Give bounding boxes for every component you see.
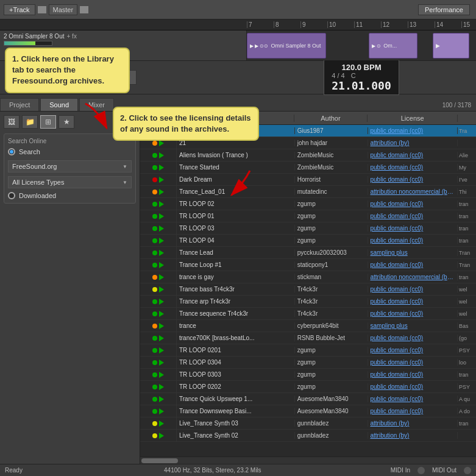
play-triangle[interactable] <box>159 213 164 219</box>
sound-row[interactable]: Aliens Invasion ( Trance )ZombieMusicpub… <box>140 149 476 162</box>
sound-row[interactable]: TR LOOP 01zgumppublic domain (cc0)tran <box>140 210 476 222</box>
play-triangle[interactable] <box>159 165 164 171</box>
performance-button[interactable]: Performance <box>418 4 470 15</box>
tab-project[interactable]: Project <box>0 98 39 111</box>
sound-row[interactable]: TR LOOP 04zgumppublic domain (cc0)tran <box>140 235 476 247</box>
play-triangle[interactable] <box>159 238 164 244</box>
sound-row[interactable]: TR LOOP 0303zgumppublic domain (cc0)tran <box>140 369 476 381</box>
sound-row[interactable]: Trance Leadpycckuu20032003sampling plusT… <box>140 247 476 259</box>
sound-row[interactable]: Live_Trance Synth 02gunnbladezattributio… <box>140 430 476 442</box>
row-license[interactable]: public domain (cc0) <box>368 225 458 232</box>
row-license[interactable]: public domain (cc0) <box>368 176 458 183</box>
sound-row[interactable]: Live_Trance Synth 03gunnbladezattributio… <box>140 417 476 430</box>
play-triangle[interactable] <box>159 311 164 317</box>
track-volume-bar[interactable] <box>4 41 52 46</box>
sound-row[interactable]: trance is gaystickmanattribution noncomm… <box>140 271 476 283</box>
sidebar-image-icon-btn[interactable]: 🖼 <box>4 115 20 129</box>
row-license[interactable]: sampling plus <box>368 249 458 256</box>
play-triangle[interactable] <box>159 250 164 256</box>
play-triangle[interactable] <box>159 433 164 439</box>
row-license[interactable]: public domain (cc0) <box>368 127 458 134</box>
sound-row[interactable]: TR LOOP 02zgumppublic domain (cc0)tran <box>140 198 476 210</box>
sidebar-grid-icon-btn[interactable]: ⊞ <box>40 115 56 129</box>
play-triangle[interactable] <box>159 347 164 353</box>
sound-row[interactable]: Trance bass Tr4ck3rTr4ck3rpublic domain … <box>140 283 476 296</box>
play-triangle[interactable] <box>159 408 164 414</box>
sound-row[interactable]: TR LOOP 03zgumppublic domain (cc0)tran <box>140 222 476 235</box>
sound-row[interactable]: TR LOOP 0201zgumppublic domain (cc0)PSY <box>140 344 476 357</box>
tab-sound[interactable]: Sound <box>40 98 78 111</box>
row-name: trance700K [brass-beatLo... <box>177 335 295 341</box>
row-license[interactable]: public domain (cc0) <box>368 359 458 366</box>
play-triangle[interactable] <box>159 286 164 293</box>
row-license[interactable]: attribution noncommercial (by-nc) <box>368 188 458 195</box>
freesound-dropdown[interactable]: FreeSound.org ▼ <box>8 160 132 172</box>
track-block-2[interactable]: ▶ ⊙ Om... <box>369 33 417 59</box>
timeline-ruler: 7 8 9 10 11 12 13 14 15 <box>0 20 476 30</box>
play-triangle[interactable] <box>159 335 164 341</box>
sound-row[interactable]: Trance arp Tr4ck3rTr4ck3rpublic domain (… <box>140 296 476 308</box>
play-triangle[interactable] <box>159 274 164 280</box>
horizontal-scrollbar[interactable] <box>140 456 476 464</box>
track-block[interactable]: ▶ ▶ ⊙⊙ Omni Sampler 8 Out <box>247 33 326 59</box>
play-triangle[interactable] <box>159 299 164 305</box>
sound-row[interactable]: Trance_Lead_01mutatedincattribution nonc… <box>140 186 476 198</box>
track-block-3[interactable]: ▶ <box>433 33 469 59</box>
play-triangle[interactable] <box>159 226 164 232</box>
row-license[interactable]: public domain (cc0) <box>368 383 458 390</box>
license-dropdown[interactable]: All License Types ▼ <box>8 176 132 188</box>
sound-row[interactable]: TR LOOP 0304zgumppublic domain (cc0)loo <box>140 357 476 369</box>
row-license[interactable]: public domain (cc0) <box>368 298 458 305</box>
scrollbar-thumb[interactable] <box>141 458 178 463</box>
row-license[interactable]: public domain (cc0) <box>368 164 458 171</box>
row-license[interactable]: public domain (cc0) <box>368 335 458 341</box>
row-extra: tran <box>458 274 476 280</box>
row-license[interactable]: public domain (cc0) <box>368 310 458 317</box>
track-content[interactable]: ▶ ▶ ⊙⊙ Omni Sampler 8 Out ▶ ⊙ Om... ▶ <box>247 30 476 60</box>
row-license[interactable]: public domain (cc0) <box>368 371 458 378</box>
play-triangle[interactable] <box>159 262 164 268</box>
search-radio[interactable] <box>8 148 15 155</box>
sound-row[interactable]: trance700K [brass-beatLo...RSNB Bubble-J… <box>140 332 476 344</box>
row-license[interactable]: public domain (cc0) <box>368 396 458 402</box>
sound-row[interactable]: Trance Loop #1staticpony1public domain (… <box>140 259 476 271</box>
sound-row[interactable]: Trance StartedZombieMusicpublic domain (… <box>140 162 476 174</box>
sidebar-folder-icon-btn[interactable]: 📁 <box>22 115 38 129</box>
sidebar-star-icon-btn[interactable]: ★ <box>59 115 74 129</box>
row-license[interactable]: public domain (cc0) <box>368 408 458 414</box>
play-triangle[interactable] <box>159 323 164 329</box>
sound-row[interactable]: Dark DreamHorroristpublic domain (cc0)I'… <box>140 174 476 186</box>
row-license[interactable]: public domain (cc0) <box>368 261 458 268</box>
fx-label[interactable]: + fx <box>66 33 76 40</box>
sound-row[interactable]: TR LOOP 0202zgumppublic domain (cc0)PSY <box>140 381 476 393</box>
play-triangle[interactable] <box>159 384 164 390</box>
downloaded-radio[interactable] <box>8 192 15 199</box>
row-license[interactable]: public domain (cc0) <box>368 201 458 207</box>
row-license[interactable]: attribution noncommercial (by-nc) <box>368 274 458 280</box>
play-triangle[interactable] <box>159 360 164 366</box>
play-triangle[interactable] <box>159 152 164 158</box>
play-triangle[interactable] <box>159 177 164 183</box>
add-track-button[interactable]: +Track <box>4 4 35 15</box>
play-triangle[interactable] <box>159 201 164 207</box>
row-license[interactable]: public domain (cc0) <box>368 347 458 353</box>
row-license[interactable]: public domain (cc0) <box>368 152 458 158</box>
row-indicators <box>140 174 177 185</box>
sound-row[interactable]: Trance Downsweep Basi...AuesomeMan3840pu… <box>140 405 476 417</box>
play-triangle[interactable] <box>159 396 164 402</box>
play-triangle[interactable] <box>159 372 164 378</box>
row-license[interactable]: attribution (by) <box>368 432 458 439</box>
play-triangle[interactable] <box>159 421 164 427</box>
search-radio-row[interactable]: Search <box>8 148 132 155</box>
sound-row[interactable]: Trance Quick Upsweep 1...AuesomeMan3840p… <box>140 393 476 405</box>
row-name: trance is gay <box>177 274 295 280</box>
play-triangle[interactable] <box>159 189 164 195</box>
row-license[interactable]: public domain (cc0) <box>368 286 458 293</box>
row-license[interactable]: public domain (cc0) <box>368 237 458 244</box>
sound-row[interactable]: trancecyberpunk64bitsampling plusBas <box>140 320 476 332</box>
row-license[interactable]: sampling plus <box>368 322 458 329</box>
sound-row[interactable]: Trance sequence Tr4ck3rTr4ck3rpublic dom… <box>140 308 476 320</box>
row-license[interactable]: attribution (by) <box>368 420 458 427</box>
row-license[interactable]: attribution (by) <box>368 140 458 146</box>
row-license[interactable]: public domain (cc0) <box>368 213 458 219</box>
